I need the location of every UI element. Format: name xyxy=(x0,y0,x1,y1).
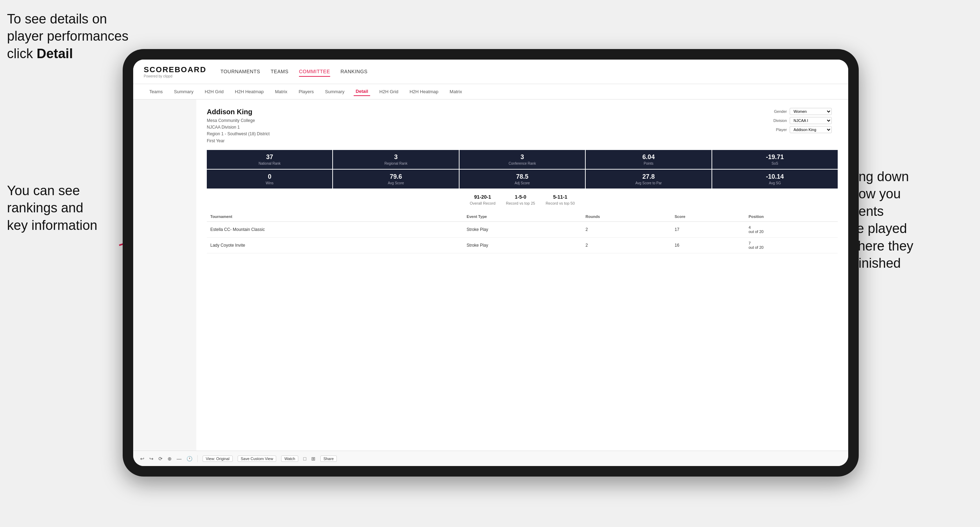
tab-detail[interactable]: Detail xyxy=(354,87,370,96)
main-content: Addison King Mesa Community College NJCA… xyxy=(196,100,848,451)
player-college: Mesa Community College xyxy=(207,117,269,124)
tablet-frame: SCOREBOARD Powered by clippd TOURNAMENTS… xyxy=(123,49,859,476)
stat-cell-avg-score: 79.6Avg Score xyxy=(333,170,458,189)
player-division: NJCAA Division 1 xyxy=(207,124,269,131)
tab-h2h-heatmap[interactable]: H2H Heatmap xyxy=(233,87,266,96)
cell-score: 16 xyxy=(671,237,745,253)
watch-btn[interactable]: Watch xyxy=(281,456,298,462)
left-sidebar xyxy=(133,100,196,451)
col-event-type: Event Type xyxy=(463,212,582,222)
annotation-top-left: To see details on player performances cl… xyxy=(7,11,140,62)
col-tournament: Tournament xyxy=(207,212,463,222)
view-original-btn[interactable]: View: Original xyxy=(203,456,233,462)
stat-cell-adj-score: 78.5Adj Score xyxy=(460,170,585,189)
player-label: Player xyxy=(768,127,787,132)
col-score: Score xyxy=(671,212,745,222)
tab-matrix[interactable]: Matrix xyxy=(273,87,289,96)
division-select[interactable]: NJCAA I xyxy=(790,117,832,124)
nav-bar: SCOREBOARD Powered by clippd TOURNAMENTS… xyxy=(133,60,848,84)
share-label: Share xyxy=(323,457,334,461)
stat-cell-avg-score-to-par: 27.8Avg Score to Par xyxy=(586,170,711,189)
toolbar-divider1 xyxy=(197,455,198,462)
player-name: Addison King xyxy=(207,108,269,116)
undo-icon[interactable]: ↩ xyxy=(140,456,145,462)
stat-cell-national-rank: 37National Rank xyxy=(207,150,332,169)
stat-cell-points: 6.04Points xyxy=(586,150,711,169)
cell-rounds: 2 xyxy=(582,221,671,237)
col-position: Position xyxy=(745,212,838,222)
nav-rankings[interactable]: RANKINGS xyxy=(341,67,368,77)
redo-icon[interactable]: ↪ xyxy=(149,456,154,462)
stat-cell-avg-sg: -10.14Avg SG xyxy=(712,170,838,189)
tab-h2h-grid2[interactable]: H2H Grid xyxy=(377,87,400,96)
cell-rounds: 2 xyxy=(582,237,671,253)
division-label: Division xyxy=(768,118,787,123)
col-rounds: Rounds xyxy=(582,212,671,222)
stats-row2: 0Wins79.6Avg Score78.5Adj Score27.8Avg S… xyxy=(207,170,838,189)
watch-label: Watch xyxy=(284,457,295,461)
tab-players[interactable]: Players xyxy=(296,87,316,96)
zoom-icon[interactable]: ⊕ xyxy=(167,456,172,462)
gender-select[interactable]: Women xyxy=(790,108,832,115)
player-select[interactable]: Addison King xyxy=(790,126,832,133)
stat-cell-conference-rank: 3Conference Rank xyxy=(460,150,585,169)
grid-icon[interactable]: ⊞ xyxy=(311,456,315,462)
tab-h2h-heatmap2[interactable]: H2H Heatmap xyxy=(407,87,440,96)
refresh-icon[interactable]: ⟳ xyxy=(158,456,162,462)
share-btn[interactable]: Share xyxy=(320,456,337,462)
sub-nav: Teams Summary H2H Grid H2H Heatmap Matri… xyxy=(133,84,848,100)
tab-summary[interactable]: Summary xyxy=(172,87,196,96)
gender-control: Gender Women xyxy=(768,108,838,115)
tablet-screen: SCOREBOARD Powered by clippd TOURNAMENTS… xyxy=(133,60,848,466)
record-item: 1-5-0Record vs top 25 xyxy=(506,194,535,206)
cell-tournament: Estella CC- Mountain Classic xyxy=(207,221,463,237)
table-header-row: Tournament Event Type Rounds Score Posit… xyxy=(207,212,838,222)
save-custom-label: Save Custom View xyxy=(241,457,274,461)
nav-committee[interactable]: COMMITTEE xyxy=(299,67,330,77)
table-row[interactable]: Lady Coyote Invite Stroke Play 2 16 7 ou… xyxy=(207,237,838,253)
player-header: Addison King Mesa Community College NJCA… xyxy=(207,108,838,144)
nav-items: TOURNAMENTS TEAMS COMMITTEE RANKINGS xyxy=(221,67,368,77)
record-item: 91-20-1Overall Record xyxy=(470,194,495,206)
clock-icon[interactable]: 🕐 xyxy=(186,456,192,462)
logo-scoreboard: SCOREBOARD xyxy=(144,65,207,74)
cell-event-type: Stroke Play xyxy=(463,237,582,253)
bottom-toolbar: ↩ ↪ ⟳ ⊕ — 🕐 View: Original Save Custom V… xyxy=(133,451,848,466)
player-controls: Gender Women Division NJCAA I xyxy=(768,108,838,133)
cell-position: 4 out of 20 xyxy=(745,221,838,237)
save-custom-btn[interactable]: Save Custom View xyxy=(238,456,277,462)
stat-cell-sos: -19.71SoS xyxy=(712,150,838,169)
gender-label: Gender xyxy=(768,110,787,114)
cell-tournament: Lady Coyote Invite xyxy=(207,237,463,253)
logo-powered: Powered by clippd xyxy=(144,74,207,78)
logo-area: SCOREBOARD Powered by clippd xyxy=(144,65,207,78)
nav-teams[interactable]: TEAMS xyxy=(270,67,288,77)
nav-tournaments[interactable]: TOURNAMENTS xyxy=(221,67,260,77)
content-area: Addison King Mesa Community College NJCA… xyxy=(133,100,848,451)
cell-event-type: Stroke Play xyxy=(463,221,582,237)
tab-teams[interactable]: Teams xyxy=(147,87,165,96)
cell-position: 7 out of 20 xyxy=(745,237,838,253)
player-info: Addison King Mesa Community College NJCA… xyxy=(207,108,269,144)
player-year: First Year xyxy=(207,138,269,144)
stat-cell-wins: 0Wins xyxy=(207,170,332,189)
minus-icon[interactable]: — xyxy=(177,456,181,462)
table-row[interactable]: Estella CC- Mountain Classic Stroke Play… xyxy=(207,221,838,237)
screen-icon[interactable]: □ xyxy=(303,456,306,462)
annotation-bottom-left: You can see rankings and key information xyxy=(7,182,133,234)
division-control: Division NJCAA I xyxy=(768,117,838,124)
record-item: 5-11-1Record vs top 50 xyxy=(546,194,575,206)
view-original-label: View: Original xyxy=(206,457,229,461)
stats-row1: 37National Rank3Regional Rank3Conference… xyxy=(207,150,838,169)
records-row: 91-20-1Overall Record1-5-0Record vs top … xyxy=(207,194,838,206)
tournament-table: Tournament Event Type Rounds Score Posit… xyxy=(207,212,838,253)
tab-h2h-grid[interactable]: H2H Grid xyxy=(203,87,226,96)
player-region: Region 1 - Southwest (18) District xyxy=(207,131,269,137)
tab-matrix2[interactable]: Matrix xyxy=(448,87,464,96)
player-control: Player Addison King xyxy=(768,126,838,133)
tab-summary2[interactable]: Summary xyxy=(323,87,347,96)
cell-score: 17 xyxy=(671,221,745,237)
stat-cell-regional-rank: 3Regional Rank xyxy=(333,150,458,169)
